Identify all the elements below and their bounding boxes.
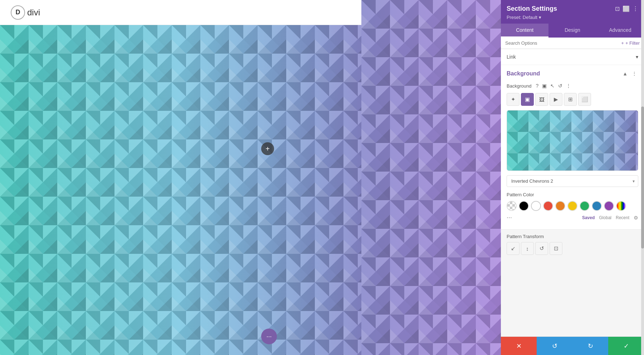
saved-tab-global[interactable]: Global <box>599 215 611 220</box>
logo-text: divi <box>27 8 40 18</box>
pattern-dropdown[interactable]: Inverted Chevrons 2 <box>507 175 638 187</box>
filter-button[interactable]: + + Filter <box>621 40 640 46</box>
bg-type-gradient[interactable]: ▣ <box>521 93 534 106</box>
right-edge-decoration <box>361 0 501 355</box>
bg-type-pattern[interactable]: ⊞ <box>564 93 577 106</box>
action-bar: ✕ ↺ ↻ ✓ <box>501 336 644 355</box>
bg-type-video[interactable]: ▶ <box>550 93 562 106</box>
saved-tab-saved[interactable]: Saved <box>582 215 595 220</box>
swatch-transparent[interactable] <box>507 201 517 211</box>
panel-body: Link ▾ Background ▲ ⋮ Background ? ▣ ↖ ↺… <box>501 49 644 336</box>
undo-icon: ↺ <box>552 342 557 350</box>
help-icon[interactable]: ? <box>535 82 539 89</box>
cancel-icon: ✕ <box>516 342 522 350</box>
swatch-green[interactable] <box>580 201 590 211</box>
more-dots-icon[interactable]: ··· <box>507 214 512 221</box>
link-label: Link <box>507 54 516 60</box>
logo-letter: D <box>16 9 20 16</box>
swatch-blue[interactable] <box>592 201 602 211</box>
pattern-color-label: Pattern Color <box>507 192 638 197</box>
pattern-preview <box>507 110 638 171</box>
pattern-svg <box>0 25 361 355</box>
pattern-transform-section: Pattern Transform ↙ ↕ ↺ ⊡ <box>501 230 644 259</box>
add-section-button[interactable]: + <box>261 142 274 155</box>
bg-more-icon[interactable]: ⋮ <box>630 70 638 77</box>
responsive-icon[interactable]: ⊡ <box>615 5 620 12</box>
color-swatches <box>507 201 638 211</box>
expand-icon[interactable]: ⬜ <box>623 5 630 12</box>
swatch-orange[interactable] <box>555 201 565 211</box>
cancel-button[interactable]: ✕ <box>501 337 537 355</box>
logo-circle: D <box>11 5 25 20</box>
panel-header: Section Settings ⊡ ⬜ ⋮ Preset: Default ▾ <box>501 0 644 24</box>
transform-rotate-left[interactable]: ↺ <box>535 242 548 255</box>
plus-icon: + <box>265 145 270 153</box>
swatch-gradient[interactable] <box>616 201 626 211</box>
canvas-area: D divi <box>0 0 361 355</box>
panel-title: Section Settings <box>507 5 557 13</box>
chevron-down-icon: ▾ <box>636 54 638 60</box>
svg-rect-8 <box>0 25 361 355</box>
scrollbar-thumb[interactable] <box>641 107 644 248</box>
bg-row-label: Background <box>507 83 531 89</box>
link-section[interactable]: Link ▾ <box>501 49 644 65</box>
save-button[interactable]: ✓ <box>608 337 644 355</box>
saved-tabs-row: ··· Saved Global Recent ⚙ <box>507 214 638 221</box>
bg-section-controls: ▲ ⋮ <box>621 70 638 77</box>
redo-button[interactable]: ↻ <box>572 337 608 355</box>
swatch-red[interactable] <box>543 201 553 211</box>
svg-rect-26 <box>507 110 638 171</box>
save-icon: ✓ <box>624 342 629 350</box>
transform-scale[interactable]: ⊡ <box>550 242 562 255</box>
header-bar: D divi <box>0 0 361 25</box>
tab-design[interactable]: Design <box>548 24 596 38</box>
filter-icon: + <box>621 40 624 46</box>
swatch-white[interactable] <box>531 201 541 211</box>
pattern-transform-label: Pattern Transform <box>501 230 644 242</box>
bg-section-title: Background <box>507 70 540 77</box>
search-bar: + + Filter <box>501 38 644 49</box>
tab-advanced[interactable]: Advanced <box>596 24 644 38</box>
saved-tabs: Saved Global Recent ⚙ <box>582 215 638 221</box>
panel-preset[interactable]: Preset: Default ▾ <box>507 15 638 20</box>
reset-icon[interactable]: ↺ <box>557 82 563 89</box>
undo-button[interactable]: ↺ <box>537 337 572 355</box>
color-settings-icon[interactable]: ⚙ <box>634 215 638 221</box>
tab-content[interactable]: Content <box>501 24 548 38</box>
row-more-icon[interactable]: ⋮ <box>565 82 572 89</box>
saved-tab-recent[interactable]: Recent <box>616 215 629 220</box>
panel-title-row: Section Settings ⊡ ⬜ ⋮ <box>507 5 638 13</box>
swatch-black[interactable] <box>519 201 529 211</box>
right-panel: Section Settings ⊡ ⬜ ⋮ Preset: Default ▾… <box>501 0 644 355</box>
svg-rect-17 <box>361 0 501 355</box>
bg-row: Background ? ▣ ↖ ↺ ⋮ <box>507 82 638 89</box>
bg-section-header: Background ▲ ⋮ <box>507 70 638 77</box>
collapse-icon[interactable]: ▲ <box>621 70 629 77</box>
cursor-icon[interactable]: ↖ <box>550 82 555 89</box>
pattern-canvas <box>0 25 361 355</box>
transform-flip-v[interactable]: ↕ <box>521 242 534 255</box>
search-input[interactable] <box>505 40 618 46</box>
scrollbar-track[interactable] <box>641 0 644 355</box>
desktop-icon[interactable]: ▣ <box>541 82 547 89</box>
bg-type-color[interactable]: ✦ <box>507 93 519 106</box>
transform-flip-h[interactable]: ↙ <box>507 242 519 255</box>
right-edge-svg <box>361 0 501 355</box>
background-section: Background ▲ ⋮ Background ? ▣ ↖ ↺ ⋮ ✦ ▣ … <box>501 65 644 230</box>
bg-type-tabs: ✦ ▣ 🖼 ▶ ⊞ ⬜ <box>507 93 638 106</box>
triple-dot-icon: ··· <box>266 333 272 340</box>
transform-buttons: ↙ ↕ ↺ ⊡ <box>501 242 644 259</box>
section-options-button[interactable]: ··· <box>261 329 277 344</box>
bg-type-mask[interactable]: ⬜ <box>578 93 591 106</box>
bg-type-image[interactable]: 🖼 <box>535 93 548 106</box>
swatch-purple[interactable] <box>604 201 614 211</box>
more-options-icon[interactable]: ⋮ <box>633 5 638 12</box>
swatch-yellow[interactable] <box>567 201 577 211</box>
panel-title-icons: ⊡ ⬜ ⋮ <box>615 5 638 12</box>
pattern-dropdown-wrapper[interactable]: Inverted Chevrons 2 ▾ <box>507 175 638 187</box>
pattern-preview-svg <box>507 110 638 171</box>
panel-tabs: Content Design Advanced <box>501 24 644 38</box>
redo-icon: ↻ <box>588 342 593 350</box>
